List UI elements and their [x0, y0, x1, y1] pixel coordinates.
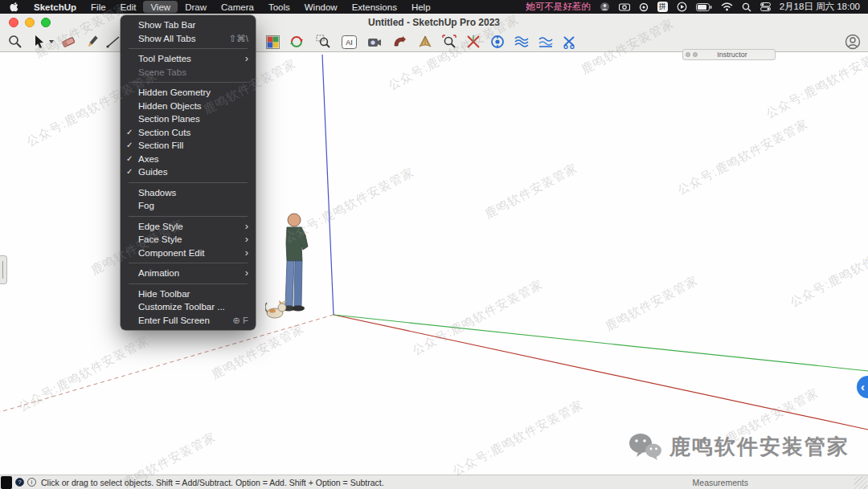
orbit-icon[interactable]	[288, 33, 305, 51]
menubar-item-window[interactable]: Window	[297, 1, 345, 13]
menubar-clock[interactable]: 2月18日 周六 18:00	[780, 1, 860, 13]
palette-close-button[interactable]	[686, 52, 690, 57]
apple-menu[interactable]	[0, 2, 27, 12]
menu-separator	[129, 263, 248, 263]
menu-separator	[129, 48, 248, 49]
ai-assistant-icon[interactable]: AI	[340, 33, 358, 51]
zoom-window-icon[interactable]	[314, 33, 332, 51]
shortcut-label: ⇧⌘\	[229, 32, 248, 46]
menu-item-edge-style[interactable]: Edge Style›	[121, 220, 256, 234]
zoom-window-button[interactable]	[41, 18, 51, 27]
info-icon[interactable]: i	[27, 478, 36, 487]
resize-grip[interactable]	[854, 476, 867, 489]
macos-menu-bar: SketchUp File Edit View Draw Camera Tool…	[0, 0, 868, 14]
help-icon[interactable]: ?	[15, 478, 24, 487]
close-window-button[interactable]	[9, 18, 18, 27]
eraser-tool-icon[interactable]	[59, 33, 77, 51]
menu-item-tool-palettes[interactable]: Tool Palettes›	[121, 52, 256, 66]
menu-item-hidden-objects[interactable]: Hidden Objects	[121, 100, 256, 113]
zoom-extents-icon[interactable]	[440, 33, 458, 51]
position-camera-icon[interactable]	[366, 33, 383, 51]
menu-separator	[129, 216, 248, 217]
screen-play-icon[interactable]	[677, 2, 687, 12]
section-cut-icon[interactable]	[561, 33, 579, 51]
checkmark-icon: ✓	[126, 139, 133, 153]
menu-separator	[129, 82, 248, 83]
menu-item-guides[interactable]: ✓Guides	[121, 165, 256, 179]
screen: SketchUp File Edit View Draw Camera Tool…	[0, 0, 868, 489]
wechat-badge-text: 鹿鸣软件安装管家	[669, 433, 850, 461]
menubar-item-tools[interactable]: Tools	[261, 1, 297, 13]
menu-item-section-fill[interactable]: ✓Section Fill	[121, 139, 256, 153]
select-caret-icon[interactable]	[47, 33, 56, 51]
menu-item-fog[interactable]: Fog	[121, 199, 256, 213]
record-dot-icon[interactable]	[639, 2, 649, 12]
menu-item-show-all-tabs[interactable]: Show All Tabs⇧⌘\	[121, 32, 256, 46]
checkmark-icon: ✓	[126, 126, 133, 140]
battery-icon[interactable]	[696, 3, 712, 11]
spotlight-search-icon[interactable]	[742, 2, 751, 12]
axis-blue	[322, 55, 334, 315]
menubar-item-view[interactable]: View	[143, 1, 178, 13]
instructor-title: Instructor	[698, 51, 775, 59]
dark-corner-icon	[1, 476, 12, 489]
zoom-tool-icon[interactable]	[6, 33, 24, 51]
cat-figure	[265, 300, 286, 318]
menubar-item-camera[interactable]: Camera	[214, 1, 261, 13]
menu-item-hidden-geometry[interactable]: Hidden Geometry	[121, 86, 256, 100]
axis-green	[334, 315, 868, 371]
view-menu-dropdown: Show Tab Bar Show All Tabs⇧⌘\ Tool Palet…	[121, 15, 256, 330]
menubar-item-extensions[interactable]: Extensions	[345, 1, 404, 13]
minimize-window-button[interactable]	[25, 18, 35, 27]
submenu-chevron-icon: ›	[245, 220, 248, 232]
soften-edges-icon-b[interactable]	[537, 33, 555, 51]
axis-red	[334, 315, 868, 430]
menu-item-face-style[interactable]: Face Style›	[121, 233, 256, 247]
menubar-item-file[interactable]: File	[84, 1, 113, 13]
status-message: Click or drag to select objects. Shift =…	[41, 478, 384, 487]
menu-separator	[129, 182, 248, 183]
follow-me-icon[interactable]	[391, 33, 408, 51]
soften-edges-icon-a[interactable]	[513, 33, 530, 51]
account-icon[interactable]	[844, 33, 862, 51]
menubar-item-edit[interactable]: Edit	[113, 1, 144, 13]
wifi-icon[interactable]	[721, 2, 733, 11]
apple-icon	[10, 2, 18, 12]
menu-item-component-edit[interactable]: Component Edit›	[121, 247, 256, 260]
globe-f-shortcut: ⊕ F	[232, 314, 248, 328]
pencil-tool-icon[interactable]	[84, 33, 101, 51]
axes-tool-icon[interactable]	[465, 33, 482, 51]
menu-item-enter-full-screen[interactable]: Enter Full Screen⊕ F	[121, 314, 256, 328]
shell-tool-icon[interactable]	[416, 33, 434, 51]
left-panel-tab[interactable]	[0, 255, 7, 284]
user-circle-icon[interactable]	[600, 2, 610, 12]
submenu-chevron-icon: ›	[245, 52, 248, 64]
menu-item-hide-toolbar[interactable]: Hide Toolbar	[121, 287, 256, 301]
chevron-left-icon: ‹	[861, 380, 865, 393]
menu-item-customize-toolbar[interactable]: Customize Toolbar ...	[121, 300, 256, 314]
checkmark-icon: ✓	[126, 153, 133, 166]
wechat-icon	[628, 432, 662, 461]
menu-separator	[129, 283, 248, 284]
scale-figure-component[interactable]	[265, 211, 320, 323]
menu-item-section-planes[interactable]: Section Planes	[121, 112, 256, 126]
pinyin-input-icon[interactable]: 拼	[657, 2, 668, 12]
now-playing-title[interactable]: 她可不是好惹的	[526, 1, 591, 13]
menubar-item-sketchup[interactable]: SketchUp	[27, 1, 84, 13]
line-tool-icon[interactable]	[104, 33, 122, 51]
menubar-item-help[interactable]: Help	[404, 1, 438, 13]
section-plane-icon[interactable]	[489, 33, 506, 51]
menu-item-show-tab-bar[interactable]: Show Tab Bar	[121, 18, 256, 32]
materials-icon[interactable]	[264, 33, 281, 51]
control-center-icon[interactable]	[760, 2, 771, 11]
menu-item-animation[interactable]: Animation›	[121, 267, 256, 280]
instructor-palette[interactable]: Instructor	[682, 49, 776, 60]
menubar-item-draw[interactable]: Draw	[178, 1, 214, 13]
measurements-input[interactable]	[753, 477, 850, 487]
measurements-label: Measurements	[693, 478, 748, 487]
menu-item-shadows[interactable]: Shadows	[121, 186, 256, 200]
menu-item-section-cuts[interactable]: ✓Section Cuts	[121, 126, 256, 140]
select-tool-icon[interactable]	[31, 33, 48, 51]
menu-item-axes[interactable]: ✓Axes	[121, 153, 256, 166]
camera-icon[interactable]	[619, 2, 630, 11]
